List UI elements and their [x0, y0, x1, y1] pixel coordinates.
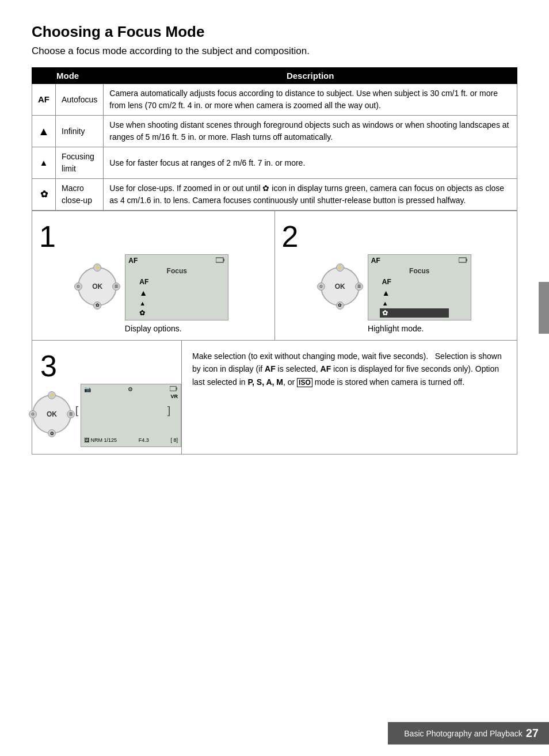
lcd3-settings-icon: ⚙: [128, 386, 133, 392]
nav-down: ✿: [93, 301, 101, 310]
step-2-caption: Highlight mode.: [368, 324, 424, 333]
nav-left-2: ⊙: [317, 282, 325, 291]
ok-label-2: OK: [335, 282, 345, 291]
table-row: ▲ Infinity Use when shooting distant sce…: [32, 116, 517, 147]
infinity-desc: Use when shooting distant scenes through…: [104, 116, 517, 147]
macro-icon-cell: ✿: [32, 179, 56, 211]
step-3-description: Make selection (to exit without changing…: [182, 341, 517, 454]
lcd2-macro-icon: ✿: [382, 309, 388, 317]
macro-name-cell: Macro close-up: [56, 179, 104, 211]
step-3-camera-control: OK ⚡ ✿ ⊙ ☰: [32, 395, 74, 436]
svg-rect-0: [216, 258, 223, 262]
step-1-visuals: OK ⚡ ✿ ⊙ ☰ AF: [39, 254, 268, 320]
lcd2-mountain-large: ▲: [382, 288, 390, 297]
step-3-left: 3 OK ⚡ ✿ ⊙ ☰: [32, 341, 182, 454]
lcd3-info-left: 🖼 NRM 1/125: [84, 437, 117, 443]
lcd2-af-option: AF: [382, 278, 391, 286]
nav-up-3: ⚡: [48, 391, 56, 399]
lcd3-battery: [170, 386, 178, 392]
step-1-lcd: AF Focus AF ▲: [125, 254, 228, 320]
ok-label: OK: [92, 282, 102, 291]
nav-right: ☰: [112, 282, 120, 291]
lcd1-mountain-small-icon: ▲: [139, 300, 146, 307]
lcd1-header: AF: [125, 255, 228, 266]
autofocus-name-cell: Autofocus: [56, 84, 104, 116]
lcd1-items: AF ▲ ▲ ✿: [125, 277, 228, 318]
lcd2-item-af: AF: [380, 277, 449, 287]
page-title: Choosing a Focus Mode: [32, 23, 517, 41]
step-3-row: 3 OK ⚡ ✿ ⊙ ☰: [32, 340, 517, 454]
lcd2-battery: [459, 257, 468, 264]
focusing-limit-icon-cell: ▲: [32, 147, 56, 179]
lcd3-camera-icon: 📷: [84, 386, 91, 392]
iso-inline: ISO: [297, 378, 312, 387]
svg-rect-5: [176, 388, 177, 390]
af-icon: AF: [38, 94, 49, 104]
macro-flower-icon: ✿: [40, 189, 48, 199]
side-tab: [539, 282, 549, 334]
infinity-mountain-icon: ▲: [38, 125, 49, 138]
autofocus-icon-cell: AF: [32, 84, 56, 116]
focusing-limit-icon: ▲: [40, 158, 48, 167]
steps-row-1-2: 1 OK ⚡ ✿ ⊙ ☰: [32, 211, 517, 340]
infinity-name-cell: Infinity: [56, 116, 104, 147]
lcd1-af-option: AF: [139, 278, 148, 286]
svg-rect-3: [466, 259, 467, 261]
nav-down-2: ✿: [336, 301, 344, 310]
ok-button-3: OK ⚡ ✿ ⊙ ☰: [32, 395, 71, 434]
svg-rect-4: [170, 387, 176, 391]
nav-down-3: ✿: [48, 429, 56, 437]
lcd3-shots: [ 8]: [170, 437, 178, 443]
lcd3-footer: 🖼 NRM 1/125 F4.3 [ 8]: [81, 436, 181, 444]
lcd1-focus-label: Focus: [125, 267, 228, 275]
autofocus-desc: Camera automatically adjusts focus accor…: [104, 84, 517, 116]
step-2-lcd: AF Focus AF ▲: [368, 254, 471, 320]
step-1-caption: Display options.: [125, 324, 182, 333]
step-1-number: 1: [39, 222, 56, 251]
step-1-cell: 1 OK ⚡ ✿ ⊙ ☰: [32, 211, 275, 340]
footer-label: Basic Photography and Playback: [404, 729, 522, 738]
step-3-number: 3: [40, 351, 57, 381]
infinity-icon-cell: ▲: [32, 116, 56, 147]
svg-rect-1: [223, 259, 224, 261]
macro-desc: Use for close-ups. If zoomed in or out u…: [104, 179, 517, 211]
lcd2-item-mountain-small: ▲: [380, 299, 449, 307]
lcd2-mountain-small: ▲: [382, 300, 388, 307]
footer-text: Basic Photography and Playback 27: [388, 722, 549, 744]
step-2-camera-control: OK ⚡ ✿ ⊙ ☰: [321, 267, 362, 308]
lcd2-af-symbol: AF: [371, 257, 380, 265]
page-subtitle: Choose a focus mode according to the sub…: [32, 45, 517, 57]
ok-button: OK ⚡ ✿ ⊙ ☰: [78, 267, 117, 306]
lcd1-battery: [216, 257, 225, 264]
lcd3-aperture: F4.3: [139, 437, 149, 443]
page-footer: Basic Photography and Playback 27: [0, 722, 549, 744]
lcd3-header: 📷 ⚙: [81, 384, 181, 394]
lcd2-header: AF: [368, 255, 471, 266]
lcd1-item-mountain-large: ▲: [137, 288, 206, 298]
step-2-visuals: OK ⚡ ✿ ⊙ ☰ AF: [282, 254, 510, 320]
lcd1-item-macro: ✿: [137, 308, 206, 318]
lcd2-focus-label: Focus: [368, 267, 471, 275]
af-inline-1: AF: [265, 364, 276, 373]
steps-container: 1 OK ⚡ ✿ ⊙ ☰: [32, 211, 517, 455]
nav-right-2: ☰: [355, 282, 363, 291]
nav-up-2: ⚡: [336, 264, 344, 272]
step-3-lcd: 📷 ⚙ VR [ ] 🖼 NRM 1/125 F4.3: [81, 384, 181, 447]
ok-label-3: OK: [47, 410, 57, 418]
table-row: ▲ Focusing limit Use for faster focus at…: [32, 147, 517, 179]
step-1-camera-control: OK ⚡ ✿ ⊙ ☰: [78, 267, 119, 308]
lcd3-bracket: [ ]: [81, 404, 181, 418]
ok-button-2: OK ⚡ ✿ ⊙ ☰: [321, 267, 360, 306]
lcd3-vr-label: VR: [81, 394, 181, 399]
step-2-cell: 2 OK ⚡ ✿ ⊙ ☰: [275, 211, 517, 340]
lcd1-mountain-large-icon: ▲: [139, 288, 147, 297]
lcd1-item-mountain-small: ▲: [137, 299, 206, 307]
focusing-limit-name-cell: Focusing limit: [56, 147, 104, 179]
table-row: ✿ Macro close-up Use for close-ups. If z…: [32, 179, 517, 211]
lcd2-items: AF ▲ ▲ ✿: [368, 277, 471, 318]
lcd2-item-mountain-large: ▲: [380, 288, 449, 298]
description-header: Description: [104, 68, 517, 84]
lcd1-macro-icon: ✿: [139, 309, 145, 317]
lcd1-item-af: AF: [137, 277, 206, 287]
psam-inline: P, S, A, M: [248, 377, 283, 387]
